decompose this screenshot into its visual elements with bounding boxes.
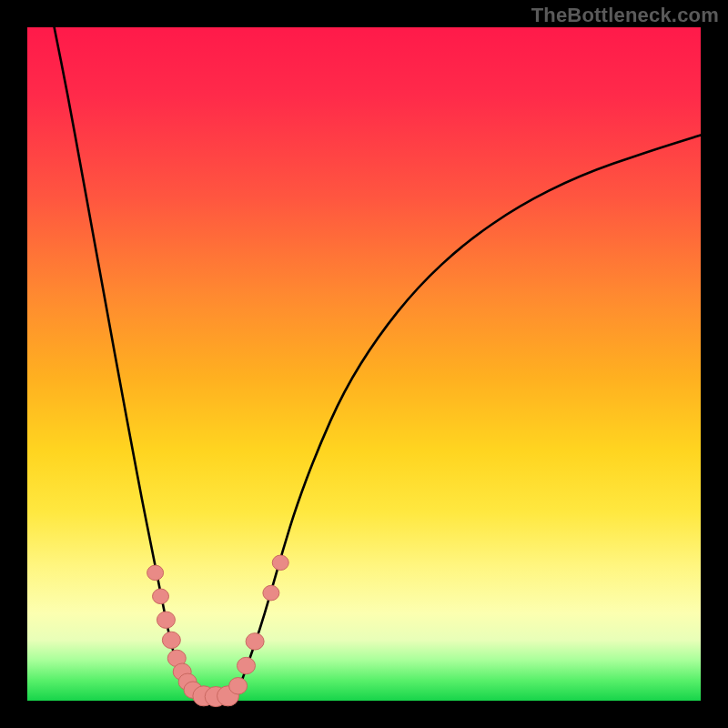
data-point-marker	[238, 657, 256, 673]
curve-layer	[55, 27, 701, 701]
svg-point-15	[272, 555, 288, 571]
chart-frame: TheBottleneck.com	[0, 0, 728, 728]
svg-point-0	[147, 565, 164, 581]
data-point-marker	[229, 678, 248, 694]
svg-point-13	[246, 633, 264, 650]
svg-point-14	[263, 585, 279, 601]
data-point-marker	[147, 565, 164, 581]
data-point-marker	[246, 633, 264, 650]
data-point-marker	[157, 612, 175, 628]
svg-point-11	[229, 678, 248, 694]
data-point-marker	[162, 632, 180, 648]
data-point-marker	[272, 555, 288, 571]
data-point-marker	[153, 589, 169, 604]
chart-svg	[27, 27, 701, 701]
plot-area	[27, 27, 701, 701]
series-left-curve	[55, 27, 203, 701]
svg-point-12	[238, 657, 256, 673]
series-right-curve	[229, 135, 701, 701]
data-point-marker	[263, 585, 279, 601]
svg-point-2	[157, 612, 175, 628]
svg-point-1	[153, 589, 169, 604]
svg-point-3	[162, 632, 180, 648]
watermark-text: TheBottleneck.com	[531, 4, 719, 27]
